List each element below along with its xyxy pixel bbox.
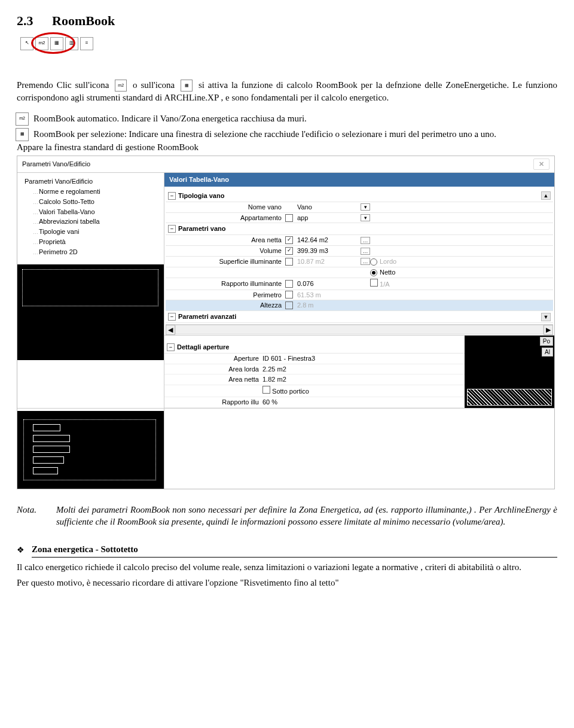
edit-button[interactable]: …	[361, 248, 370, 255]
collapse-icon[interactable]: −	[168, 313, 176, 321]
group-dettagli[interactable]: − Dettagli aperture	[164, 342, 465, 354]
left-tree-panel: Parametri Vano/Edificio Norme e regolame…	[17, 173, 164, 408]
value-aperture[interactable]: ID 601 - Finestra3	[262, 354, 461, 363]
radio-netto[interactable]	[370, 269, 377, 276]
tree-root[interactable]: Parametri Vano/Edificio	[17, 176, 164, 187]
label-area-netta: Area netta	[178, 236, 285, 245]
value-area-lorda: 2.25 m2	[262, 365, 461, 374]
value-area-netta-det: 1.82 m2	[262, 375, 461, 384]
group-avanzati[interactable]: − Parametri avanzati ▼	[166, 311, 553, 323]
scroll-up-button[interactable]: ▲	[541, 191, 551, 200]
bullet-automatic: m2 RoomBook automatico. Indicare il Vano…	[33, 112, 557, 124]
scroll-track[interactable]	[175, 325, 544, 334]
label-altezza: Altezza	[178, 301, 285, 310]
bullet-selection: ▦ RoomBook per selezione: Indicare una f…	[33, 128, 557, 140]
checkbox-perimetro[interactable]	[285, 291, 293, 298]
bullet2-text: RoomBook per selezione: Indicare una fin…	[33, 129, 496, 139]
value-sup-illum: 10.87 m2	[295, 257, 361, 266]
row-appartamento: Appartamento app ▾	[166, 213, 553, 224]
row-rapporto-illu-det: Rapporto illu 60 %	[164, 397, 465, 408]
row-area-netta-det: Area netta 1.82 m2	[164, 374, 465, 385]
m2-icon: m2	[35, 37, 48, 50]
tree-item-sottotetto[interactable]: Calcolo Sotto-Tetto	[17, 197, 164, 207]
collapse-icon[interactable]: −	[167, 343, 175, 351]
tree-item-proprieta[interactable]: Proprietà	[17, 237, 164, 247]
property-grid: − Tipologia vano ▲ Nome vano Vano ▾ Appa…	[164, 187, 554, 335]
zone-paragraph-2: Per questo motivo, è necessario ricordar…	[17, 577, 557, 589]
value-area-netta[interactable]: 142.64 m2	[295, 236, 361, 245]
note-label: Nota.	[17, 504, 36, 516]
collapse-icon[interactable]: −	[168, 192, 176, 200]
plan-preview	[17, 264, 164, 360]
note-body: Molti dei parametri RoomBook non sono ne…	[56, 504, 557, 528]
hatch-pattern	[467, 389, 552, 406]
diamond-bullet-icon: ❖	[17, 545, 25, 556]
checkbox-sotto-portico[interactable]	[262, 386, 270, 394]
value-altezza: 2.8 m	[295, 301, 361, 310]
collapse-icon[interactable]: −	[168, 225, 176, 233]
row-area-lorda: Area lorda 2.25 m2	[164, 364, 465, 375]
checkbox-area-netta[interactable]	[285, 236, 293, 244]
checkbox-volume[interactable]	[285, 247, 293, 255]
value-volume[interactable]: 399.39 m3	[295, 246, 361, 255]
tree-item-abbrev[interactable]: Abbreviazioni tabella	[17, 217, 164, 227]
group-label-tipologia: Tipologia vano	[178, 191, 224, 200]
checkbox-1a[interactable]	[370, 279, 378, 287]
group-parametri[interactable]: − Parametri vano	[166, 223, 553, 235]
group-label-parametri: Parametri vano	[178, 224, 225, 233]
row-volume: Volume 399.39 m3 …	[166, 246, 553, 257]
tree-item-tipologie[interactable]: Tipologie vani	[17, 227, 164, 237]
checkbox-appartamento[interactable]	[285, 214, 293, 222]
preview-toggle-bottom[interactable]: Al	[542, 348, 553, 357]
zone-paragraph-1: Il calco energetico richiede il calcolo …	[17, 561, 557, 573]
scroll-down-button[interactable]: ▼	[541, 313, 551, 321]
group-label-dettagli: Dettagli aperture	[177, 343, 229, 352]
label-sup-illum: Superficie illuminante	[178, 257, 285, 266]
scroll-left-button[interactable]: ◀	[166, 325, 175, 335]
checkbox-rapporto[interactable]	[285, 280, 293, 288]
preview-toggle-top[interactable]: Po	[540, 337, 553, 346]
horizontal-scrollbar[interactable]: ◀ ▶	[166, 324, 553, 335]
radio-lordo[interactable]	[370, 258, 377, 266]
checkbox-sup-illum[interactable]	[285, 258, 293, 266]
radio-label-lordo: Lordo	[380, 258, 396, 265]
close-button[interactable]: ✕	[533, 159, 549, 170]
tree-item-norme[interactable]: Norme e regolamenti	[17, 187, 164, 197]
dialog-title: Parametri Vano/Edificio	[22, 160, 90, 169]
value-rapporto-illu-det: 60 %	[262, 398, 461, 407]
tree-item-tabella-vano[interactable]: Valori Tabella-Vano	[17, 207, 164, 217]
p1-text-1: Premendo Clic sull'icona	[17, 80, 112, 90]
section-heading: 2.3 RoomBook	[17, 12, 557, 30]
edit-button[interactable]: …	[361, 258, 370, 265]
dialog-titlebar: Parametri Vano/Edificio ✕	[17, 156, 554, 173]
dropdown-button[interactable]: ▾	[361, 203, 370, 211]
label-aperture: Aperture	[179, 354, 262, 363]
label-volume: Volume	[178, 246, 285, 255]
tree-item-perimetro[interactable]: Perimetro 2D	[17, 247, 164, 257]
checkbox-altezza[interactable]	[285, 301, 293, 309]
cursor-icon: ↖	[20, 37, 33, 50]
m2-icon: m2	[115, 80, 127, 92]
label-sotto-portico: Sotto portico	[272, 388, 309, 395]
group-tipologia[interactable]: − Tipologia vano ▲	[166, 190, 553, 202]
value-nome-vano[interactable]: Vano	[295, 203, 361, 212]
dropdown-button[interactable]: ▾	[361, 214, 370, 221]
zone-heading-row: ❖ Zona energetica - Sottotetto	[17, 543, 557, 557]
roombook-dialog: Parametri Vano/Edificio ✕ Parametri Vano…	[17, 156, 555, 489]
properties-header: Valori Tabella-Vano	[164, 173, 554, 187]
value-appartamento[interactable]: app	[295, 214, 361, 223]
scroll-right-button[interactable]: ▶	[544, 325, 553, 335]
radio-label-netto: Netto	[380, 269, 395, 276]
zone-title: Zona energetica - Sottotetto	[32, 543, 557, 557]
bullet1-text: RoomBook automatico. Indicare il Vano/Zo…	[33, 114, 307, 123]
grid-icon: ▦	[181, 80, 193, 92]
heading-title: RoomBook	[52, 13, 115, 28]
edit-button[interactable]: …	[361, 237, 370, 244]
toolbar-illustration: ↖ m2 ▦ ▥ ≡	[17, 35, 97, 53]
paragraph-1: Premendo Clic sull'icona m2 o sull'icona…	[17, 79, 557, 104]
section-preview: Po Al	[465, 336, 554, 408]
value-rapporto[interactable]: 0.076	[295, 279, 361, 288]
note-block: Nota. Molti dei parametri RoomBook non s…	[17, 504, 557, 528]
grid-icon: ▦	[16, 128, 29, 141]
m2-icon: m2	[16, 112, 29, 126]
